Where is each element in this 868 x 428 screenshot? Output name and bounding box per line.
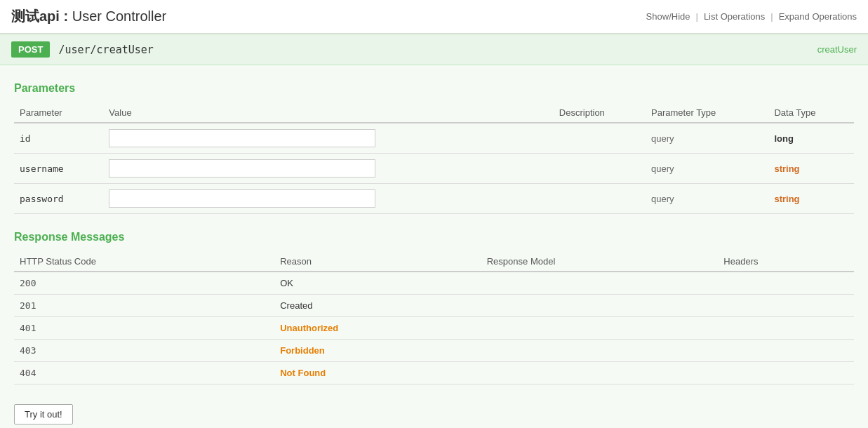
- parameters-table: Parameter Value Description Parameter Ty…: [14, 103, 854, 214]
- api-name: 测试api: [11, 8, 60, 24]
- response-model: [481, 295, 719, 317]
- status-code: 201: [14, 295, 274, 317]
- param-value-input[interactable]: [109, 129, 375, 147]
- show-hide-link[interactable]: Show/Hide: [646, 11, 690, 22]
- table-row: password query string: [14, 184, 854, 214]
- endpoint-operation-id: creatUser: [817, 44, 857, 55]
- parameters-section-title: Parameters: [14, 82, 854, 95]
- response-messages-section-title: Response Messages: [14, 231, 854, 243]
- response-headers: [718, 340, 854, 362]
- reason: Not Found: [274, 362, 481, 384]
- table-row: 401 Unauthorized: [14, 317, 854, 340]
- status-code: 200: [14, 272, 274, 295]
- col-description: Description: [554, 103, 646, 123]
- status-code: 403: [14, 340, 274, 362]
- expand-operations-link[interactable]: Expand Operations: [779, 11, 857, 22]
- param-data-type: string: [768, 184, 854, 214]
- param-name: username: [20, 163, 64, 174]
- try-it-out-button[interactable]: Try it out!: [14, 404, 73, 424]
- col-parameter-type: Parameter Type: [646, 103, 768, 123]
- param-data-type: long: [768, 123, 854, 154]
- param-description: [554, 123, 646, 154]
- nav-sep-2: |: [770, 11, 773, 22]
- method-badge: POST: [11, 41, 50, 58]
- nav-sep-1: |: [695, 11, 697, 22]
- response-table-header-row: HTTP Status Code Reason Response Model H…: [14, 252, 854, 272]
- table-row: 403 Forbidden: [14, 340, 854, 362]
- col-parameter: Parameter: [14, 103, 103, 123]
- controller-name: User Controller: [72, 8, 166, 24]
- params-table-header-row: Parameter Value Description Parameter Ty…: [14, 103, 854, 123]
- col-data-type: Data Type: [768, 103, 854, 123]
- status-code: 401: [14, 317, 274, 340]
- page-title: 测试api : User Controller: [11, 7, 166, 26]
- endpoint-path: /user/creatUser: [58, 44, 153, 56]
- header-nav: Show/Hide | List Operations | Expand Ope…: [646, 11, 857, 22]
- table-row: 404 Not Found: [14, 362, 854, 384]
- col-headers: Headers: [718, 252, 854, 272]
- response-messages-table: HTTP Status Code Reason Response Model H…: [14, 252, 854, 384]
- status-code: 404: [14, 362, 274, 384]
- reason: OK: [274, 272, 481, 295]
- table-row: username query string: [14, 154, 854, 184]
- param-value-input[interactable]: [109, 159, 375, 178]
- param-description: [554, 184, 646, 214]
- param-name: id: [20, 133, 31, 144]
- page-header: 测试api : User Controller Show/Hide | List…: [0, 0, 868, 34]
- param-type: query: [646, 184, 768, 214]
- param-data-type: string: [768, 154, 854, 184]
- reason: Forbidden: [274, 340, 481, 362]
- table-row: id query long: [14, 123, 854, 154]
- response-model: [481, 340, 719, 362]
- content-area: Parameters Parameter Value Description P…: [0, 65, 868, 428]
- param-name: password: [20, 194, 64, 204]
- endpoint-bar-left: POST /user/creatUser: [11, 41, 154, 58]
- param-type: query: [646, 154, 768, 184]
- response-headers: [718, 317, 854, 340]
- response-model: [481, 362, 719, 384]
- response-model: [481, 272, 719, 295]
- endpoint-bar: POST /user/creatUser creatUser: [0, 34, 868, 65]
- table-row: 200 OK: [14, 272, 854, 295]
- param-value-input[interactable]: [109, 189, 375, 208]
- list-operations-link[interactable]: List Operations: [704, 11, 765, 22]
- main-content: POST /user/creatUser creatUser Parameter…: [0, 34, 868, 428]
- table-row: 201 Created: [14, 295, 854, 317]
- param-type: query: [646, 123, 768, 154]
- response-model: [481, 317, 719, 340]
- response-headers: [718, 295, 854, 317]
- param-description: [554, 154, 646, 184]
- response-headers: [718, 362, 854, 384]
- response-headers: [718, 272, 854, 295]
- col-reason: Reason: [274, 252, 481, 272]
- reason: Unauthorized: [274, 317, 481, 340]
- reason: Created: [274, 295, 481, 317]
- col-http-status: HTTP Status Code: [14, 252, 274, 272]
- title-separator: :: [63, 8, 72, 24]
- col-response-model: Response Model: [481, 252, 719, 272]
- col-value: Value: [103, 103, 553, 123]
